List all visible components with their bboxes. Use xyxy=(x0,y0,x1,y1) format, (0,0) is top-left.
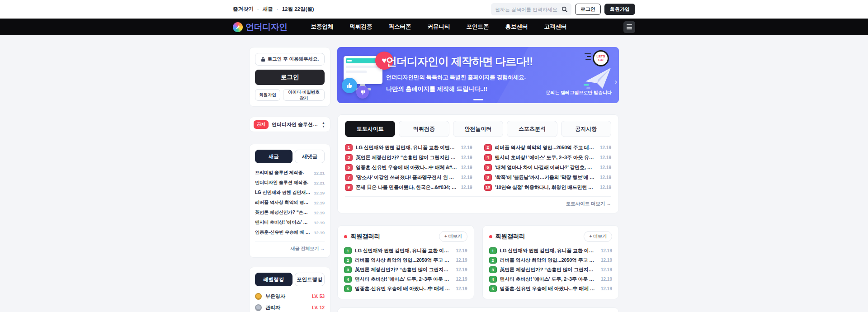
rank-number-badge: 1 xyxy=(344,247,352,254)
notice-text[interactable]: 언더디자인 솔루션 제작중. xyxy=(272,121,318,128)
list-item[interactable]: 5 임종훈-신유빈 우승에 배 아팠나...中 매체 &#0… 12.19 xyxy=(489,284,613,293)
notice-card[interactable]: 공지 언더디자인 솔루션 제작중. ▲ ▼ xyxy=(249,117,330,132)
list-item[interactable]: 2 리버풀 역사상 최악의 영입...2050억 주고 데려… 12.19 xyxy=(344,255,467,265)
tab-toto-site[interactable]: 토토사이트 xyxy=(345,121,395,137)
news-date: 12.19 xyxy=(461,185,472,190)
gallery-item-date: 12.19 xyxy=(601,267,612,272)
favorites-link[interactable]: 즐겨찾기 xyxy=(233,6,254,13)
login-button-top[interactable]: 로그인 xyxy=(575,4,601,15)
list-item[interactable]: 1 LG 신민재와 뮌헨 김민재, 유니폼 교환 이벤트…… 12.19 xyxy=(489,246,613,255)
login-button[interactable]: 로그인 xyxy=(255,70,325,85)
separator: · xyxy=(277,7,278,12)
promo-banner[interactable]: ♥ 언더디자인이 제작하면 다르다!! 언더디자인만의 독특하고 특별한 홈페이… xyxy=(337,47,619,103)
list-item[interactable]: 프리미엄 솔루션 제작중. 12.21 xyxy=(255,168,325,178)
search-icon[interactable] xyxy=(561,6,567,12)
list-item[interactable]: 임종훈-신유빈 우승에 배 아… 12.19 xyxy=(255,227,325,237)
tab-safe-playground[interactable]: 안전놀이터 xyxy=(453,121,503,137)
post-date: 12.21 xyxy=(314,170,325,175)
topbar-links: 즐겨찾기 · 새글 · 12월 22일(월) xyxy=(233,6,314,13)
news-title: '맙소사' 이강인 쓰러졌다! 플라멩구전서 왼 허벅지 통… xyxy=(356,174,458,181)
tab-new-posts[interactable]: 새글 xyxy=(255,150,292,163)
new-posts-more-link[interactable]: 새글 전체보기 → xyxy=(255,241,325,252)
table-row[interactable]: 3 英언론 제정신인가? “손흥민 많이 그립지만 사비 시… 12.19 xyxy=(345,152,472,162)
list-item[interactable]: 4 맨시티 초비상! '에이스' 도쿠, 2~3주 아웃 유력… 12.19 xyxy=(489,274,613,284)
news-title: 리버풀 역사상 최악의 영입...2050억 주고 데려왔는… xyxy=(495,144,597,151)
post-title: 英언론 제정신인가? “손흥민 … xyxy=(255,209,311,216)
rank-number-badge: 3 xyxy=(344,266,352,273)
list-item[interactable]: 3 英언론 제정신인가? “손흥민 많이 그립지만 사비… 12.19 xyxy=(344,265,467,274)
gallery-item-title: LG 신민재와 뮌헨 김민재, 유니폼 교환 이벤트…… xyxy=(355,247,453,254)
table-row[interactable]: 2 리버풀 역사상 최악의 영입...2050억 주고 데려왔는… 12.19 xyxy=(484,142,612,152)
tab-new-comments[interactable]: 새댓글 xyxy=(295,150,325,163)
medal-icon xyxy=(255,293,262,300)
gallery-item-date: 12.19 xyxy=(456,277,467,282)
tab-sports-analysis[interactable]: 스포츠분석 xyxy=(507,121,557,137)
gallery-item-date: 12.19 xyxy=(456,258,467,263)
table-row[interactable]: 4 맨시티 초비상! '에이스' 도쿠, 2~3주 아웃 유력… 우… 12.1… xyxy=(484,152,612,162)
gallery-item-date: 12.19 xyxy=(456,248,467,253)
thumbs-up-icon xyxy=(342,78,357,93)
banner-title: 언더디자인이 제작하면 다르다!! xyxy=(386,54,533,69)
list-item[interactable]: 리버풀 역사상 최악의 영입...… 12.19 xyxy=(255,198,325,208)
nav-item[interactable]: 포인트존 xyxy=(467,23,489,31)
list-item[interactable]: 3 英언론 제정신인가? “손흥민 많이 그립지만 사비… 12.19 xyxy=(489,265,613,274)
nav-item[interactable]: 픽스터존 xyxy=(389,23,411,31)
nav-item[interactable]: 고객센터 xyxy=(544,23,567,31)
list-item[interactable]: 1 LG 신민재와 뮌헨 김민재, 유니폼 교환 이벤트…… 12.19 xyxy=(344,246,467,255)
banner-slider-indicator[interactable] xyxy=(473,99,483,100)
table-row[interactable]: 10 '10연속 실점' 허용하다니, 휘청인 배드민턴 최강 안… 12.19 xyxy=(484,182,612,192)
list-item[interactable]: 英언론 제정신인가? “손흥민 … 12.19 xyxy=(255,208,325,217)
signup-button-top[interactable]: 회원가입 xyxy=(604,4,635,15)
list-item[interactable]: 2 리버풀 역사상 최악의 영입...2050억 주고 데려… 12.19 xyxy=(489,255,613,265)
board-more-link[interactable]: 토토사이트 더보기 → xyxy=(345,196,611,207)
nav-item[interactable]: 커뮤니티 xyxy=(428,23,450,31)
main-nav: 언더디자인 보증업체 먹튀검증 픽스터존 커뮤니티 포인트존 홍보센터 고객센터 xyxy=(0,19,868,35)
post-date: 12.19 xyxy=(314,190,325,195)
tab-point-ranking[interactable]: 포인트랭킹 xyxy=(295,273,325,286)
member-level: LV. 12 xyxy=(312,305,325,310)
rank-number-badge: 10 xyxy=(484,184,492,191)
table-row[interactable]: 7 '맙소사' 이강인 쓰러졌다! 플라멩구전서 왼 허벅지 통… 12.19 xyxy=(345,172,472,182)
search-input[interactable] xyxy=(495,7,561,12)
list-item[interactable]: 언더디자인 솔루션 제작중. 12.21 xyxy=(255,178,325,188)
signup-button[interactable]: 회원가입 xyxy=(255,89,280,101)
table-row[interactable]: 5 임종훈-신유빈 우승에 배 아팠나...中 매체 &#034;… 12.19 xyxy=(345,162,472,172)
logo[interactable]: 언더디자인 xyxy=(233,21,288,33)
table-row[interactable]: 6 '대체 얼마나 차이 나길래 이러나?' 강민호, 이대호… 12.19 xyxy=(484,162,612,172)
table-row[interactable]: 8 '학폭'에 '불륜남'까지…키움의 '막장 행보'에 KBO리… 12.19 xyxy=(484,172,612,182)
list-item[interactable]: 맨시티 초비상! '에이스' 도쿠, … 12.19 xyxy=(255,217,325,227)
speed-lines xyxy=(585,53,591,60)
notice-prev-button[interactable]: ▲ xyxy=(321,121,326,124)
notice-next-button[interactable]: ▼ xyxy=(321,125,326,128)
tab-verification[interactable]: 먹튀검증 xyxy=(399,121,449,137)
list-item[interactable]: 부운영자 LV. 53 xyxy=(255,291,325,302)
list-item[interactable]: 5 임종훈-신유빈 우승에 배 아팠나...中 매체 &#0… 12.19 xyxy=(344,284,467,293)
list-item[interactable]: LG 신민재와 뮌헨 김민재, 유… 12.19 xyxy=(255,188,325,198)
rank-number-badge: 5 xyxy=(344,285,352,292)
search-box[interactable] xyxy=(491,3,571,15)
table-row[interactable]: 9 폰세 日은 나를 만들어줬다, 한국은...&#034; 고백… 12.19 xyxy=(345,182,472,192)
red-dot-icon xyxy=(344,235,347,238)
list-item[interactable]: 관리자 LV. 12 xyxy=(255,302,325,312)
rank-number-badge: 2 xyxy=(484,144,492,151)
nav-item[interactable]: 먹튀검증 xyxy=(350,23,373,31)
gallery-more-button[interactable]: + 더보기 xyxy=(584,231,612,242)
table-row[interactable]: 1 LG 신민재와 뮌헨 김민재, 유니폼 교환 이벤트…민재… 12.19 xyxy=(345,142,472,152)
nav-item[interactable]: 보증업체 xyxy=(311,23,334,31)
gallery-more-button[interactable]: + 더보기 xyxy=(439,231,467,242)
gallery-title: 회원갤러리 xyxy=(350,232,380,241)
tab-level-ranking[interactable]: 레벨랭킹 xyxy=(255,273,292,286)
main-content: ♥ 언더디자인이 제작하면 다르다!! 언더디자인만의 독특하고 특별한 홈페이… xyxy=(337,47,619,312)
find-id-password-button[interactable]: 아이디·비밀번호 찾기 xyxy=(283,89,325,101)
news-title: 폰세 日은 나를 만들어줬다, 한국은...&#034; 고백… xyxy=(356,184,458,191)
new-posts-link[interactable]: 새글 xyxy=(263,6,273,13)
rank-number-badge: 3 xyxy=(345,154,353,161)
nav-item[interactable]: 홍보센터 xyxy=(505,23,528,31)
list-item[interactable]: 4 맨시티 초비상! '에이스' 도쿠, 2~3주 아웃 유력… 12.19 xyxy=(344,274,467,284)
post-date: 12.21 xyxy=(314,180,325,185)
tab-notice[interactable]: 공지사항 xyxy=(561,121,611,137)
rank-number-badge: 6 xyxy=(484,164,492,171)
post-title: 리버풀 역사상 최악의 영입...… xyxy=(255,199,311,206)
menu-button[interactable] xyxy=(623,21,635,33)
member-gallery-card-left: 회원갤러리 + 더보기 1 LG 신민재와 뮌헨 김민재, 유니폼 교환 이벤트… xyxy=(337,225,474,299)
